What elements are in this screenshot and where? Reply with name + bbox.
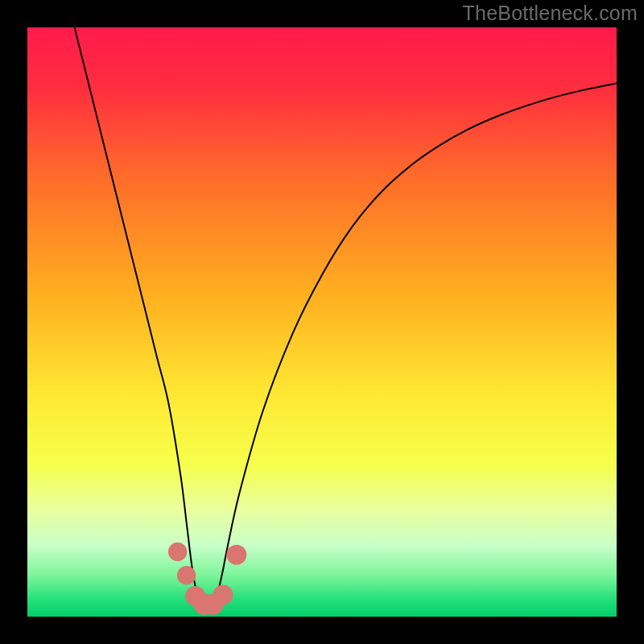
gradient-background [27, 27, 617, 617]
chart-frame: TheBottleneck.com [0, 0, 644, 644]
watermark-text: TheBottleneck.com [463, 2, 638, 25]
plot-area [27, 27, 617, 617]
data-marker [213, 584, 233, 605]
data-marker [177, 566, 196, 584]
data-marker [226, 545, 246, 565]
bottleneck-chart [27, 27, 617, 617]
data-marker [168, 543, 187, 561]
